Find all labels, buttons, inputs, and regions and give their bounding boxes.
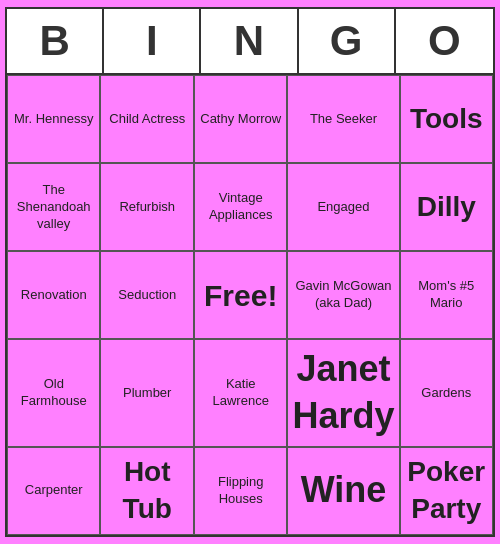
cell-text-20: Carpenter bbox=[25, 482, 83, 499]
cell-text-6: Refurbish bbox=[119, 199, 175, 216]
cell-text-14: Mom's #5 Mario bbox=[405, 278, 489, 312]
cell-text-12: Free! bbox=[204, 276, 277, 315]
cell-text-13: Gavin McGowan (aka Dad) bbox=[292, 278, 394, 312]
cell-text-17: Katie Lawrence bbox=[199, 376, 282, 410]
bingo-cell-2: Cathy Morrow bbox=[194, 75, 287, 163]
bingo-cell-9: Dilly bbox=[400, 163, 494, 251]
bingo-cell-7: Vintage Appliances bbox=[194, 163, 287, 251]
bingo-header: BINGO bbox=[7, 9, 493, 75]
bingo-letter-b: B bbox=[7, 9, 104, 73]
bingo-cell-1: Child Actress bbox=[100, 75, 193, 163]
cell-text-8: Engaged bbox=[317, 199, 369, 216]
cell-text-18: Janet Hardy bbox=[292, 346, 394, 440]
bingo-letter-i: I bbox=[104, 9, 201, 73]
cell-text-4: Tools bbox=[410, 101, 483, 137]
bingo-cell-0: Mr. Hennessy bbox=[7, 75, 100, 163]
cell-text-2: Cathy Morrow bbox=[200, 111, 281, 128]
bingo-letter-g: G bbox=[299, 9, 396, 73]
bingo-cell-10: Renovation bbox=[7, 251, 100, 339]
bingo-cell-5: The Shenandoah valley bbox=[7, 163, 100, 251]
bingo-cell-13: Gavin McGowan (aka Dad) bbox=[287, 251, 399, 339]
cell-text-21: Hot Tub bbox=[105, 454, 188, 527]
cell-text-9: Dilly bbox=[417, 189, 476, 225]
cell-text-5: The Shenandoah valley bbox=[12, 182, 95, 233]
bingo-letter-n: N bbox=[201, 9, 298, 73]
cell-text-11: Seduction bbox=[118, 287, 176, 304]
cell-text-3: The Seeker bbox=[310, 111, 377, 128]
cell-text-10: Renovation bbox=[21, 287, 87, 304]
bingo-cell-8: Engaged bbox=[287, 163, 399, 251]
bingo-cell-14: Mom's #5 Mario bbox=[400, 251, 494, 339]
bingo-cell-24: Poker Party bbox=[400, 447, 494, 535]
bingo-cell-19: Gardens bbox=[400, 339, 494, 447]
cell-text-7: Vintage Appliances bbox=[199, 190, 282, 224]
bingo-cell-12: Free! bbox=[194, 251, 287, 339]
bingo-cell-15: Old Farmhouse bbox=[7, 339, 100, 447]
bingo-letter-o: O bbox=[396, 9, 493, 73]
bingo-cell-20: Carpenter bbox=[7, 447, 100, 535]
cell-text-1: Child Actress bbox=[109, 111, 185, 128]
bingo-cell-4: Tools bbox=[400, 75, 494, 163]
cell-text-16: Plumber bbox=[123, 385, 171, 402]
bingo-card: BINGO Mr. HennessyChild ActressCathy Mor… bbox=[5, 7, 495, 537]
bingo-cell-16: Plumber bbox=[100, 339, 193, 447]
cell-text-15: Old Farmhouse bbox=[12, 376, 95, 410]
bingo-cell-17: Katie Lawrence bbox=[194, 339, 287, 447]
cell-text-19: Gardens bbox=[421, 385, 471, 402]
bingo-cell-23: Wine bbox=[287, 447, 399, 535]
bingo-cell-22: Flipping Houses bbox=[194, 447, 287, 535]
bingo-cell-6: Refurbish bbox=[100, 163, 193, 251]
bingo-cell-3: The Seeker bbox=[287, 75, 399, 163]
cell-text-22: Flipping Houses bbox=[199, 474, 282, 508]
bingo-cell-11: Seduction bbox=[100, 251, 193, 339]
bingo-cell-21: Hot Tub bbox=[100, 447, 193, 535]
cell-text-0: Mr. Hennessy bbox=[14, 111, 93, 128]
cell-text-24: Poker Party bbox=[405, 454, 489, 527]
bingo-cell-18: Janet Hardy bbox=[287, 339, 399, 447]
bingo-grid: Mr. HennessyChild ActressCathy MorrowThe… bbox=[7, 75, 493, 535]
cell-text-23: Wine bbox=[301, 467, 387, 514]
